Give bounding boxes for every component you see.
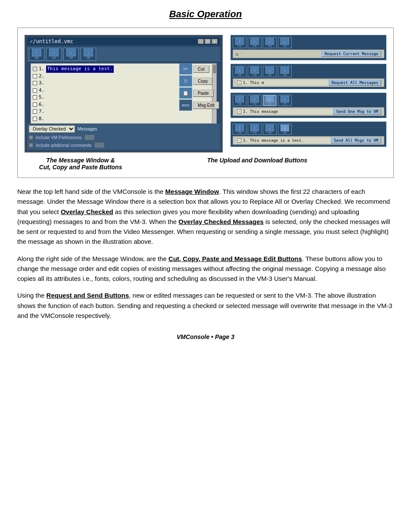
upload-tool-2-3[interactable]: ↓ VM [263, 66, 277, 77]
upload-section-3: ↑ VM ↑ VM ↓ VM ↓ VM [230, 93, 386, 118]
upload-msg-row-2: ☑ 1. This m [236, 80, 329, 85]
vm-pref-btn-2[interactable]: ... [94, 142, 105, 148]
action-buttons-panel: ✂ Cut ⎘ Copy 📋 Paste MSG [179, 63, 219, 111]
upload-tool-4-3[interactable]: ↓ VM [263, 124, 277, 135]
screenshot-box: ✓/untitled.vmc _ □ × ↑ VM ↑ VM [17, 28, 394, 178]
copy-button[interactable]: Copy [193, 78, 212, 85]
vm-msg-checkbox-1[interactable]: ✓ [33, 67, 37, 71]
upload-section-1: ↑ VM ↑ VM ↓ VM ↓ VM [230, 35, 386, 60]
vm-pref-checkbox-1[interactable] [29, 135, 33, 140]
request-current-msg-btn[interactable]: Request Current Message [321, 51, 381, 57]
upload-msg-checkbox-3: ☑ [237, 109, 241, 114]
upload-tool-2-4[interactable]: ↓ VM [278, 66, 292, 77]
vm-msg-num-8: 8. [39, 115, 44, 123]
upload-tool-1-4[interactable]: ↓ VM [278, 37, 292, 48]
body-paragraph-1: Near the top left hand side of the VMCon… [17, 187, 394, 247]
upload-section-4: ↑ VM ↑ VM ↓ VM ↓ VM [230, 121, 386, 147]
vm-msg-checkbox-8[interactable] [33, 117, 37, 121]
vm-toolbar: ↑ VM ↑ VM ↓ VM ↓ VM [27, 47, 220, 62]
upload-tool-1-2[interactable]: ↑ VM [248, 37, 262, 48]
vm-messages-label: Messages [78, 127, 97, 131]
vm-overlay-select[interactable]: Overlay Checked [29, 125, 75, 133]
body-paragraph-3: Using the Request and Send Buttons, new … [17, 290, 394, 320]
msg-edit-row: MSG Msg Edit [179, 100, 219, 111]
upload-icon-3-2: ↑ [250, 96, 259, 103]
vm-close-btn[interactable]: × [212, 39, 218, 44]
upload-label-3-2: VM [253, 103, 257, 105]
vm-msg-checkbox-4[interactable] [33, 88, 37, 93]
vm-msg-checkbox-5[interactable] [33, 95, 37, 100]
upload-tool-4-2[interactable]: ↑ VM [248, 124, 262, 135]
upload-icon-2-4: ↓ [280, 67, 289, 74]
send-one-msg-btn[interactable]: Send One Msg to VM [333, 109, 381, 115]
paste-button[interactable]: Paste [193, 90, 214, 97]
upload-download-panel: ↑ VM ↑ VM ↓ VM ↓ VM [230, 35, 386, 152]
send-all-msgs-btn[interactable]: Send All Msgs to VM [331, 137, 381, 143]
upload-icon-2-1: ↑ [235, 67, 244, 74]
vm-msg-text-1[interactable]: This message is a test. [46, 65, 113, 73]
upload-label-1-1: VM [238, 45, 242, 47]
upload-label-2-2: VM [253, 74, 257, 76]
upload-action-bar-2: ☑ 1. This m Request All Messages [233, 78, 384, 87]
vm-msg-checkbox-6[interactable] [33, 103, 37, 107]
vm-tool-icon-2: ↑ [49, 49, 59, 56]
upload-tool-1-1[interactable]: ↑ VM [233, 37, 246, 48]
upload-icon-4-4: ↓ [280, 124, 289, 131]
cut-button[interactable]: Cut [193, 65, 209, 73]
vm-tool-btn-2[interactable]: ↑ VM [46, 48, 62, 61]
vm-msg-checkbox-3[interactable] [33, 81, 37, 85]
upload-toolbar-1: ↑ VM ↑ VM ↓ VM ↓ VM [233, 37, 384, 48]
upload-tool-3-4[interactable]: ↓ VM [278, 95, 292, 106]
cut-row: ✂ Cut [179, 63, 219, 75]
vm-overlay-row: Overlay Checked Messages [29, 125, 218, 133]
vm-pref-checkbox-2[interactable] [29, 143, 33, 147]
upload-tool-2-2[interactable]: ↑ VM [248, 66, 262, 77]
upload-label-1-3: VM [268, 45, 272, 47]
upload-msg-text-4: 1. This message is a test. [243, 138, 304, 143]
upload-toolbar-4: ↑ VM ↑ VM ↓ VM ↓ VM [233, 124, 384, 135]
upload-label-2-3: VM [268, 74, 272, 76]
vm-msg-num-9: 9. [39, 122, 44, 124]
paste-row: 📋 Paste [179, 87, 219, 99]
upload-label-1-4: VM [283, 45, 287, 47]
upload-tool-3-1[interactable]: ↑ VM [233, 95, 246, 106]
vm-tool-btn-1[interactable]: ↑ VM [29, 48, 44, 61]
upload-msg-text-3: 1. This message [243, 109, 278, 114]
vm-maximize-btn[interactable]: □ [205, 39, 211, 44]
vm-pref-label-2: Include additional commands [36, 143, 92, 148]
upload-tool-1-3[interactable]: ↓ VM [263, 37, 277, 48]
upload-msg-row-4: ☑ 1. This message is a test. [236, 138, 331, 143]
vm-msg-num-7: 7. [39, 108, 44, 115]
vm-tool-btn-3[interactable]: ↓ VM [63, 48, 79, 61]
vm-pref-btn-1[interactable]: ... [84, 134, 95, 140]
upload-icon-2-2: ↑ [250, 67, 259, 74]
upload-tool-4-1[interactable]: ↑ VM [233, 124, 246, 135]
request-all-msgs-btn[interactable]: Request All Messages [329, 80, 381, 86]
vm-minimize-btn[interactable]: _ [198, 39, 204, 44]
upload-tool-3-3[interactable]: ↓ VM [263, 95, 277, 106]
vm-msg-checkbox-7[interactable] [33, 109, 37, 114]
upload-icon-1-3: ↓ [265, 38, 274, 45]
upload-section-2: ↑ VM ↑ VM ↓ VM ↓ VM [230, 64, 386, 89]
upload-icon-1-1: ↑ [235, 38, 244, 45]
vm-tool-btn-4[interactable]: ↓ VM [81, 48, 96, 61]
copy-row: ⎘ Copy [179, 75, 219, 87]
footer: VMConsole • Page 3 [17, 333, 394, 340]
upload-checkbox-1: ☑ [236, 52, 238, 56]
upload-tool-2-1[interactable]: ↑ VM [233, 66, 246, 77]
vm-bottom-controls: Overlay Checked Messages Include VM Pref… [27, 124, 220, 150]
upload-msg-checkbox-4: ☑ [237, 138, 241, 143]
upload-msg-text-2: 1. This m [243, 81, 264, 85]
vm-titlebar: ✓/untitled.vmc _ □ × [27, 37, 220, 45]
upload-toolbar-2: ↑ VM ↑ VM ↓ VM ↓ VM [233, 66, 384, 77]
vmconsole-panel: ✓/untitled.vmc _ □ × ↑ VM ↑ VM [25, 35, 223, 152]
vm-msg-num-5: 5. [39, 94, 44, 101]
upload-tool-3-2[interactable]: ↑ VM [248, 95, 262, 106]
vm-msg-num-6: 6. [39, 101, 44, 109]
upload-action-bar-4: ☑ 1. This message is a test. Send All Ms… [233, 136, 384, 145]
upload-msg-checkbox-2: ☑ [237, 81, 241, 85]
vm-tool-icon-3: ↓ [66, 49, 76, 56]
msg-edit-button[interactable]: Msg Edit [193, 102, 219, 109]
upload-tool-4-4[interactable]: ↓ VM [278, 124, 292, 135]
vm-msg-checkbox-2[interactable] [33, 74, 37, 78]
